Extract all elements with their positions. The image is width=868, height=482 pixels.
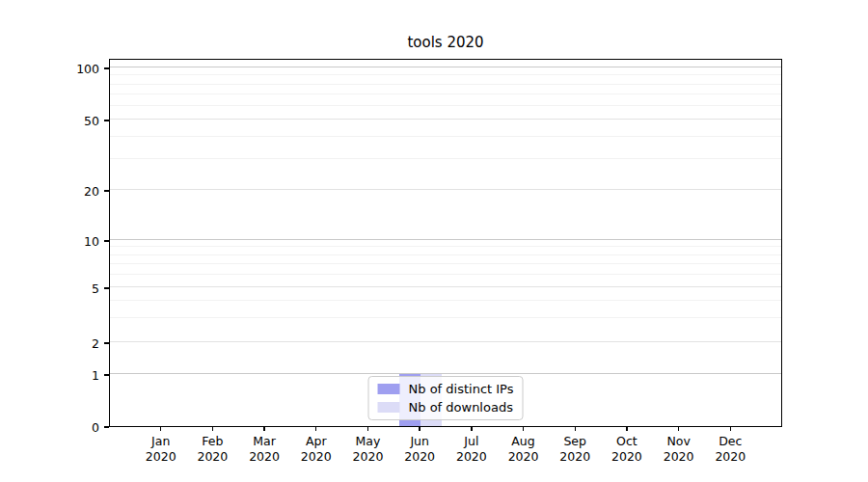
x-tick-mark [626,427,627,431]
x-tick-mark [367,427,368,431]
legend-label: Nb of distinct IPs [409,382,514,396]
legend-swatch [378,402,400,413]
x-tick-mark [678,427,679,431]
figure: tools 2020 Nb of distinct IPsNb of downl… [0,0,868,482]
legend-label: Nb of downloads [409,400,513,415]
x-tick-mark [523,427,524,431]
legend-entry: Nb of downloads [378,400,514,415]
x-tick-mark [212,427,213,431]
x-tick-mark [471,427,472,431]
x-tick-mark [575,427,576,431]
x-tick-mark [263,427,264,431]
x-tick-mark [419,427,420,431]
x-tick-mark [315,427,316,431]
legend-swatch [378,384,400,394]
x-tick-mark [730,427,731,431]
legend-entry: Nb of distinct IPs [378,382,514,396]
x-tick-mark [160,427,161,431]
x-tick-label: Dec 2020 [696,434,764,465]
legend: Nb of distinct IPsNb of downloads [368,376,524,420]
